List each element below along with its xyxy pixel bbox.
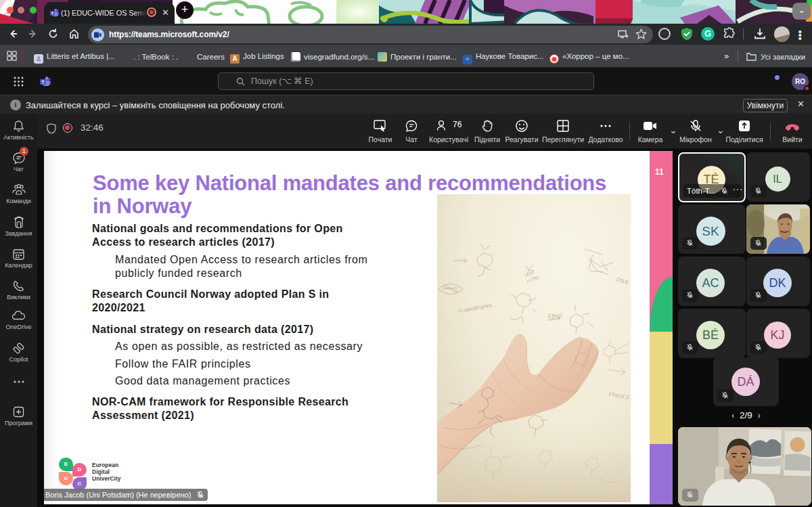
svg-text:T: T	[51, 12, 54, 16]
